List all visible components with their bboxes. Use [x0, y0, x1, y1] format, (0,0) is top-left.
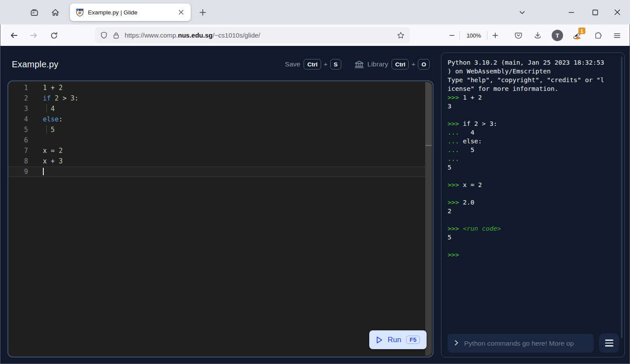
- code-line-3[interactable]: 3 4: [8, 104, 425, 114]
- line-number: 5: [8, 125, 28, 135]
- console-line: >>> <run code>: [448, 224, 620, 233]
- window-maximize-icon[interactable]: [588, 6, 602, 19]
- back-icon[interactable]: [7, 28, 21, 42]
- console-line: 5: [448, 163, 620, 172]
- console-line: [448, 189, 620, 198]
- bookmark-star-icon[interactable]: [397, 31, 405, 39]
- window-minimize-icon[interactable]: [565, 6, 578, 19]
- code-line-8[interactable]: 8x + 3: [8, 156, 425, 166]
- tab-title: Example.py | Glide: [88, 9, 176, 16]
- url-text: https://www.comp.nus.edu.sg/~cs1010s/gli…: [125, 31, 397, 39]
- line-number: 3: [8, 104, 28, 114]
- indent-guide-icon: [46, 125, 47, 134]
- tab-favicon-nus-crest: [76, 8, 84, 17]
- code-text: 5: [43, 125, 55, 135]
- save-button[interactable]: Save: [285, 60, 300, 68]
- line-number: 6: [8, 135, 28, 146]
- code-text: else:: [43, 114, 63, 125]
- library-button[interactable]: Library: [368, 60, 388, 68]
- console-prompt: >>>: [448, 94, 463, 101]
- play-icon: [376, 336, 383, 344]
- console-prompt: >>>: [448, 181, 463, 188]
- code-editor[interactable]: 11 + 22if 2 > 3:3 44else:5 567x = 28x + …: [7, 80, 434, 357]
- code-line-9[interactable]: 9: [8, 166, 425, 177]
- run-button[interactable]: Run F5: [369, 330, 427, 349]
- console-prompt: ...: [448, 146, 463, 153]
- line-number: 1: [8, 83, 28, 93]
- console-line: [448, 111, 620, 119]
- code-line-6[interactable]: 6: [8, 135, 425, 146]
- save-key-ctrl: Ctrl: [304, 59, 321, 69]
- url-bar[interactable]: https://www.comp.nus.edu.sg/~cs1010s/gli…: [95, 27, 410, 43]
- zoom-in-icon[interactable]: [488, 28, 502, 42]
- console-line: Type "help", "copyright", "credits" or "…: [448, 76, 620, 84]
- code-line-4[interactable]: 4else:: [8, 114, 425, 125]
- save-key-s: S: [330, 59, 341, 69]
- code-text: x = 2: [43, 146, 63, 156]
- console-line: >>> 1 + 2: [448, 93, 620, 102]
- new-tab-icon[interactable]: [196, 6, 209, 19]
- window-close-icon[interactable]: [611, 6, 624, 19]
- extensions-puzzle-icon[interactable]: [591, 28, 605, 42]
- code-line-1[interactable]: 11 + 2: [8, 83, 425, 93]
- console-scrollbar[interactable]: [621, 56, 623, 338]
- download-icon[interactable]: [531, 28, 545, 42]
- indent-guide-icon: [46, 104, 47, 113]
- console-output: Python 3.10.2 (main, Jan 25 2023 18:32:5…: [448, 58, 620, 259]
- library-key-o: O: [418, 59, 430, 69]
- python-console[interactable]: Python 3.10.2 (main, Jan 25 2023 18:32:5…: [441, 52, 625, 357]
- app-menu-icon[interactable]: [610, 28, 624, 42]
- extension-badge: 1: [578, 28, 585, 34]
- lock-icon[interactable]: [113, 32, 119, 39]
- browser-tab[interactable]: Example.py | Glide: [70, 3, 191, 21]
- navigation-toolbar: https://www.comp.nus.edu.sg/~cs1010s/gli…: [0, 24, 630, 46]
- console-prompt: ...: [448, 129, 463, 136]
- console-menu-button[interactable]: [599, 333, 619, 353]
- tab-close-icon[interactable]: [176, 7, 186, 17]
- home-icon[interactable]: [49, 6, 62, 19]
- line-number: 7: [8, 146, 28, 156]
- line-number: 9: [8, 167, 28, 177]
- editor-lines: 11 + 22if 2 > 3:3 44else:5 567x = 28x + …: [8, 83, 425, 177]
- pocket-icon[interactable]: [511, 28, 525, 42]
- code-line-7[interactable]: 7x = 2: [8, 146, 425, 156]
- console-line: 3: [448, 102, 620, 111]
- zoom-out-icon[interactable]: [445, 28, 459, 42]
- forward-icon[interactable]: [27, 28, 41, 42]
- code-line-2[interactable]: 2if 2 > 3:: [8, 93, 425, 104]
- editor-scrollbar[interactable]: [425, 82, 432, 356]
- reload-icon[interactable]: [47, 28, 61, 42]
- tracking-shield-icon[interactable]: [100, 31, 108, 39]
- console-line: ... 5: [448, 146, 620, 154]
- console-prompt: >>>: [448, 120, 463, 127]
- console-line: Python 3.10.2 (main, Jan 25 2023 18:32:5…: [448, 58, 620, 67]
- console-line: icense" for more information.: [448, 84, 620, 93]
- browser-window: Example.py | Glide: [0, 0, 630, 364]
- list-tabs-chevron-icon[interactable]: [515, 6, 528, 19]
- account-icon[interactable]: T: [550, 28, 564, 42]
- console-line: ... else:: [448, 137, 620, 146]
- console-line: >>> x = 2: [448, 180, 620, 189]
- console-prompt: >>>: [448, 199, 463, 206]
- console-line: ...: [448, 154, 620, 163]
- glide-app: Example.py Save Ctrl + S Library Ctrl + …: [0, 46, 630, 364]
- firefox-view-icon[interactable]: [28, 6, 41, 19]
- editor-scrollbar-thumb[interactable]: [425, 82, 432, 146]
- divider: [487, 31, 487, 40]
- console-prompt: >>>: [448, 225, 463, 232]
- code-line-5[interactable]: 5 5: [8, 125, 425, 135]
- code-text: 4: [43, 104, 55, 114]
- zoom-level[interactable]: 100%: [462, 28, 485, 42]
- console-command-input[interactable]: [448, 334, 594, 353]
- page-title: Example.py: [12, 59, 59, 69]
- privacy-badger-icon[interactable]: 1: [570, 28, 584, 42]
- console-line: >>> 2.0: [448, 198, 620, 207]
- console-prompt: ...: [448, 155, 459, 162]
- code-text: 1 + 2: [43, 83, 63, 93]
- run-label: Run: [388, 336, 401, 344]
- console-line: [448, 242, 620, 250]
- console-line: ) on WebAssembly/Emscripten: [448, 67, 620, 76]
- url-domain: nus.edu.sg: [178, 31, 213, 39]
- account-initial: T: [552, 30, 563, 41]
- console-line: [448, 172, 620, 180]
